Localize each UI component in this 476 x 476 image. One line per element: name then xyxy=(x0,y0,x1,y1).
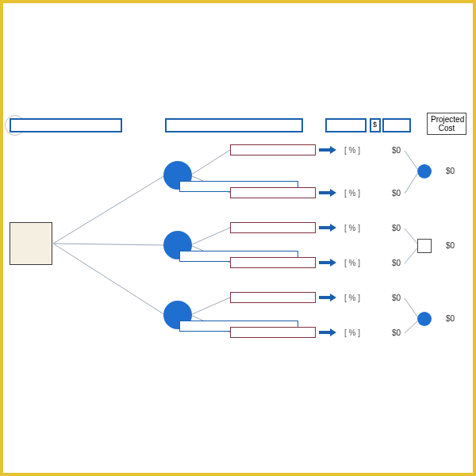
pct-3b: [ % ] xyxy=(344,328,360,337)
cost-2b: $0 xyxy=(392,259,401,267)
outcome-box-3b[interactable] xyxy=(230,327,316,338)
pct-3a: [ % ] xyxy=(344,294,360,302)
svg-line-0 xyxy=(53,175,165,244)
terminal-node-1 xyxy=(417,164,432,178)
pct-1b: [ % ] xyxy=(344,189,360,198)
decision-root[interactable] xyxy=(10,222,52,265)
cost-2a: $0 xyxy=(392,224,401,232)
svg-line-11 xyxy=(405,228,417,244)
header-field-probability[interactable] xyxy=(325,118,367,132)
outcome-box-2b[interactable] xyxy=(230,257,316,268)
outcome-box-1b[interactable] xyxy=(230,187,316,198)
outcome-box-1a[interactable] xyxy=(230,144,316,155)
arrow-icon xyxy=(319,190,338,196)
svg-line-1 xyxy=(53,244,165,245)
arrow-icon xyxy=(319,225,338,231)
arrow-icon xyxy=(319,329,338,336)
diagram-canvas: $ Projected Cost [ % ] [ % ] [ % ] [ % ]… xyxy=(3,3,473,473)
svg-line-9 xyxy=(405,151,417,169)
terminal-node-3 xyxy=(417,312,432,326)
svg-line-10 xyxy=(405,174,417,194)
outcome-box-2a[interactable] xyxy=(230,222,316,233)
svg-line-5 xyxy=(190,228,230,245)
arrow-icon xyxy=(319,294,338,301)
svg-line-7 xyxy=(190,298,230,315)
projected-1: $0 xyxy=(446,167,455,175)
cost-3b: $0 xyxy=(392,328,401,337)
cost-1b: $0 xyxy=(392,189,401,198)
currency-label: $ xyxy=(371,121,377,129)
terminal-node-2 xyxy=(417,239,432,253)
header-field-cost[interactable] xyxy=(382,118,411,132)
header-field-alternative[interactable] xyxy=(165,118,303,132)
pct-2a: [ % ] xyxy=(344,224,360,232)
cost-3a: $0 xyxy=(392,294,401,302)
header-field-currency: $ xyxy=(370,118,381,132)
projected-cost-header: Projected Cost xyxy=(427,113,466,135)
projected-2: $0 xyxy=(446,241,455,250)
svg-line-13 xyxy=(405,298,417,317)
pct-1a: [ % ] xyxy=(344,146,360,155)
cost-1a: $0 xyxy=(392,146,401,155)
svg-line-14 xyxy=(405,321,417,333)
outcome-box-3a[interactable] xyxy=(230,292,316,303)
svg-line-2 xyxy=(53,244,165,315)
arrow-icon xyxy=(319,259,338,266)
projected-3: $0 xyxy=(446,314,455,323)
pct-2b: [ % ] xyxy=(344,259,360,267)
arrow-icon xyxy=(319,147,338,153)
svg-line-12 xyxy=(405,248,417,263)
header-field-decision[interactable] xyxy=(10,118,122,132)
connectors xyxy=(3,3,476,476)
svg-line-3 xyxy=(190,150,230,175)
projected-cost-label: Projected Cost xyxy=(431,115,464,132)
